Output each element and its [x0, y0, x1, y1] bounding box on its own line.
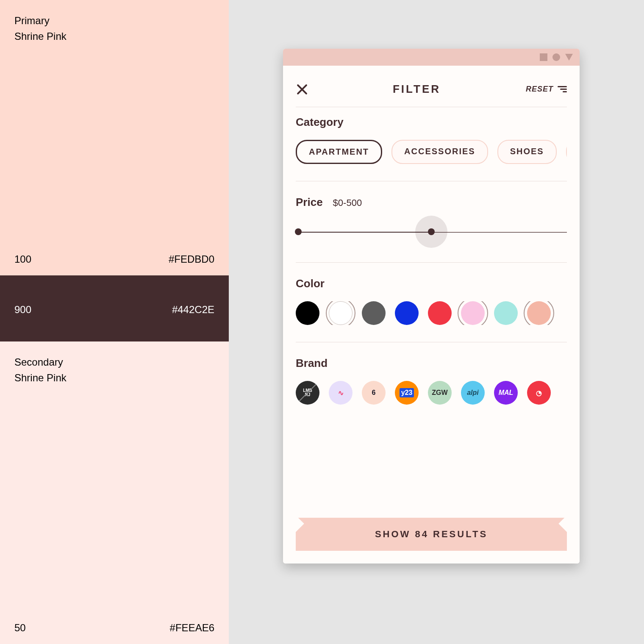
filter-footer: SHOW 84 RESULTS: [296, 514, 567, 551]
brand-row: LMB RJ∿6y23ZGWalpiMAL◔: [296, 381, 567, 405]
category-chip[interactable]: ACCESSORIES: [391, 140, 488, 164]
slider-handle-max[interactable]: [428, 228, 435, 235]
brand-y23[interactable]: y23: [395, 381, 419, 405]
filter-app: FILTER RESET Category APARTMENTACCESSORI…: [283, 66, 580, 564]
filter-header: FILTER RESET: [283, 66, 580, 107]
category-chip-row: APARTMENTACCESSORIESSHOESTO: [296, 140, 567, 164]
category-chip[interactable]: APARTMENT: [296, 140, 382, 164]
brand-squiggle[interactable]: ∿: [329, 381, 353, 405]
reset-label: RESET: [526, 85, 553, 94]
device-stage: FILTER RESET Category APARTMENTACCESSORI…: [229, 0, 644, 644]
close-icon[interactable]: [296, 83, 308, 95]
swatch-name: Shrine Pink: [14, 28, 214, 44]
color-palette-panel: Primary Shrine Pink 100 #FEDBD0 900 #442…: [0, 0, 229, 644]
reset-button[interactable]: RESET: [526, 85, 567, 94]
color-swatch-white[interactable]: [329, 301, 353, 325]
swatch-tone: 100: [14, 253, 31, 265]
reset-icon: [558, 86, 567, 93]
brand-drop[interactable]: ◔: [527, 381, 551, 405]
color-swatch-gray[interactable]: [362, 301, 386, 325]
swatch-hex: #FEDBD0: [169, 253, 214, 265]
brand-heading: Brand: [296, 357, 567, 370]
show-results-button[interactable]: SHOW 84 RESULTS: [296, 518, 567, 551]
color-section: Color: [296, 262, 567, 342]
price-slider[interactable]: [296, 220, 567, 245]
device-frame: FILTER RESET Category APARTMENTACCESSORI…: [283, 49, 580, 564]
swatch-role: Primary: [14, 13, 214, 28]
nav-home-icon[interactable]: [552, 53, 560, 61]
price-range-value: $0-500: [333, 197, 362, 208]
swatch-primary-labels: Primary Shrine Pink: [14, 13, 214, 44]
category-chip[interactable]: SHOES: [497, 140, 557, 164]
color-swatch-teal[interactable]: [494, 301, 518, 325]
slider-handle-min[interactable]: [295, 228, 302, 235]
brand-section: Brand LMB RJ∿6y23ZGWalpiMAL◔: [296, 342, 567, 422]
category-section: Category APARTMENTACCESSORIESSHOESTO: [296, 107, 567, 181]
brand-zgw[interactable]: ZGW: [428, 381, 452, 405]
nav-recent-icon[interactable]: [540, 53, 547, 61]
filter-title: FILTER: [393, 83, 441, 96]
swatch-name: Shrine Pink: [14, 370, 214, 386]
swatch-secondary-labels: Secondary Shrine Pink: [14, 354, 214, 386]
brand-mal[interactable]: MAL: [494, 381, 518, 405]
category-chip[interactable]: TO: [566, 140, 567, 164]
brand-alpi[interactable]: alpi: [461, 381, 485, 405]
swatch-role: Secondary: [14, 354, 214, 370]
color-swatch-row: [296, 301, 567, 325]
swatch-accent-900: 900 #442C2E: [0, 275, 229, 341]
swatch-tone: 900: [14, 304, 31, 316]
swatch-secondary-50: Secondary Shrine Pink 50 #FEEAE6: [0, 341, 229, 644]
color-swatch-pink[interactable]: [461, 301, 485, 325]
color-swatch-peach[interactable]: [527, 301, 551, 325]
price-section: Price $0-500: [296, 181, 567, 262]
swatch-hex: #442C2E: [172, 304, 214, 316]
swatch-tone: 50: [14, 622, 26, 634]
color-heading: Color: [296, 277, 567, 290]
slider-track-inactive: [431, 232, 567, 232]
category-heading: Category: [296, 116, 567, 129]
color-swatch-red[interactable]: [428, 301, 452, 325]
device-status-bar: [283, 49, 580, 66]
brand-lmbrj[interactable]: LMB RJ: [296, 381, 319, 405]
price-heading: Price: [296, 196, 323, 209]
brand-six[interactable]: 6: [362, 381, 386, 405]
swatch-primary-100: Primary Shrine Pink 100 #FEDBD0: [0, 0, 229, 275]
nav-back-icon[interactable]: [565, 54, 573, 61]
color-swatch-blue[interactable]: [395, 301, 419, 325]
swatch-hex: #FEEAE6: [170, 622, 214, 634]
color-swatch-black[interactable]: [296, 301, 319, 325]
